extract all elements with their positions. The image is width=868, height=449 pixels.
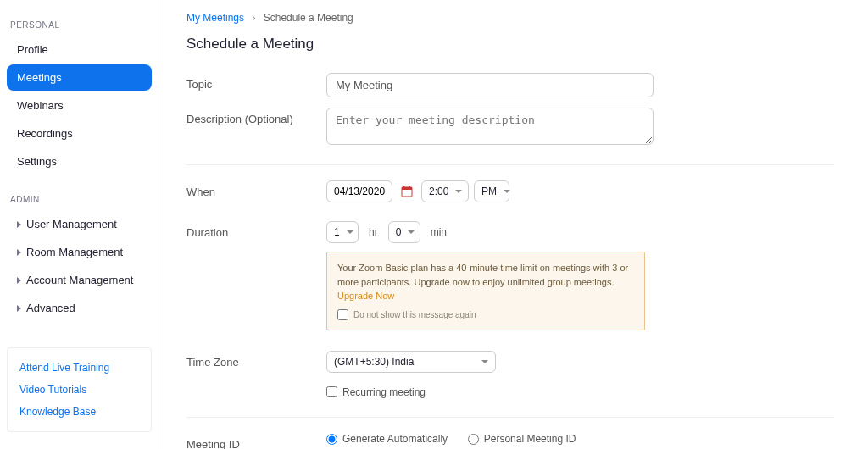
sidebar-item-label: Room Management — [26, 246, 123, 258]
chevron-down-icon — [408, 230, 415, 234]
svg-rect-2 — [403, 186, 405, 189]
recurring-checkbox-row[interactable]: Recurring meeting — [326, 386, 426, 398]
sidebar-item-profile[interactable]: Profile — [7, 36, 152, 63]
form-row-meeting-id: Meeting ID Generate Automatically Person… — [186, 417, 834, 449]
upgrade-link[interactable]: Upgrade Now — [337, 291, 394, 301]
duration-min-select[interactable]: 0 — [388, 221, 420, 243]
meeting-id-auto-label: Generate Automatically — [342, 433, 448, 445]
form-row-timezone: Time Zone (GMT+5:30) India Recurring mee… — [186, 346, 834, 406]
warning-text: Your Zoom Basic plan has a 40-minute tim… — [337, 263, 628, 287]
breadcrumb-separator: › — [252, 12, 255, 24]
suppress-warning-checkbox[interactable] — [337, 309, 348, 320]
help-link-training[interactable]: Attend Live Training — [19, 357, 139, 379]
when-ampm-select[interactable]: PM — [474, 180, 509, 202]
suppress-warning-label: Do not show this message again — [353, 308, 476, 321]
help-link-knowledge-base[interactable]: Knowledge Base — [19, 401, 139, 423]
help-card: Attend Live Training Video Tutorials Kno… — [7, 347, 152, 432]
when-label: When — [186, 180, 326, 198]
chevron-down-icon — [481, 360, 488, 363]
chevron-down-icon — [455, 190, 462, 193]
min-unit-label: min — [431, 226, 447, 238]
svg-rect-3 — [409, 186, 411, 189]
duration-min-value: 0 — [396, 226, 402, 238]
sidebar-item-label: Account Management — [26, 274, 133, 286]
topic-label: Topic — [186, 73, 326, 91]
meeting-id-label: Meeting ID — [186, 433, 326, 449]
duration-label: Duration — [186, 221, 326, 239]
description-label: Description (Optional) — [186, 108, 326, 125]
form-row-when: When 2:00 PM — [186, 164, 834, 208]
when-time-select[interactable]: 2:00 — [421, 180, 469, 202]
sidebar-item-user-management[interactable]: User Management — [7, 211, 152, 237]
calendar-icon — [401, 186, 413, 197]
calendar-button[interactable] — [398, 180, 416, 202]
breadcrumb: My Meetings › Schedule a Meeting — [186, 12, 834, 24]
timezone-value: (GMT+5:30) India — [334, 356, 414, 368]
sidebar-section-personal: PERSONAL — [7, 17, 152, 36]
breadcrumb-current: Schedule a Meeting — [264, 12, 353, 24]
chevron-right-icon — [17, 249, 21, 256]
meeting-id-personal-label: Personal Meeting ID — [484, 433, 576, 445]
form-row-topic: Topic — [186, 68, 834, 103]
topic-input[interactable] — [326, 73, 654, 97]
sidebar-item-room-management[interactable]: Room Management — [7, 239, 152, 265]
main-content: My Meetings › Schedule a Meeting Schedul… — [159, 0, 868, 449]
sidebar-item-account-management[interactable]: Account Management — [7, 267, 152, 293]
upgrade-warning: Your Zoom Basic plan has a 40-minute tim… — [326, 252, 645, 330]
when-date-input[interactable] — [326, 180, 392, 202]
chevron-right-icon — [17, 221, 21, 228]
duration-hr-value: 1 — [334, 226, 340, 238]
help-link-tutorials[interactable]: Video Tutorials — [19, 379, 139, 401]
chevron-down-icon — [347, 230, 353, 234]
timezone-label: Time Zone — [186, 351, 326, 369]
sidebar-item-meetings[interactable]: Meetings — [7, 64, 152, 91]
form-row-duration: Duration 1 hr 0 min Your Zoom Basic plan — [186, 216, 834, 335]
page-title: Schedule a Meeting — [186, 36, 834, 53]
recurring-label: Recurring meeting — [342, 386, 426, 398]
when-time-value: 2:00 — [429, 186, 448, 197]
chevron-right-icon — [17, 305, 21, 312]
sidebar-item-label: User Management — [26, 218, 117, 230]
description-input[interactable] — [326, 108, 654, 145]
sidebar-item-webinars[interactable]: Webinars — [7, 92, 152, 119]
meeting-id-personal-row[interactable]: Personal Meeting ID — [468, 433, 576, 445]
timezone-select[interactable]: (GMT+5:30) India — [326, 351, 496, 373]
chevron-down-icon — [504, 190, 510, 193]
hr-unit-label: hr — [369, 226, 378, 238]
sidebar: PERSONAL Profile Meetings Webinars Recor… — [0, 0, 159, 449]
meeting-id-auto-row[interactable]: Generate Automatically — [326, 433, 448, 445]
svg-rect-1 — [402, 187, 412, 190]
sidebar-item-settings[interactable]: Settings — [7, 148, 152, 175]
chevron-right-icon — [17, 277, 21, 284]
meeting-id-auto-radio[interactable] — [326, 434, 337, 445]
breadcrumb-parent[interactable]: My Meetings — [186, 12, 244, 24]
form-row-description: Description (Optional) — [186, 103, 834, 152]
sidebar-item-advanced[interactable]: Advanced — [7, 295, 152, 321]
sidebar-section-admin: ADMIN — [7, 191, 152, 211]
when-ampm-value: PM — [481, 186, 497, 197]
duration-hr-select[interactable]: 1 — [326, 221, 359, 243]
meeting-id-personal-radio[interactable] — [468, 434, 479, 445]
sidebar-item-label: Advanced — [26, 302, 75, 314]
sidebar-item-recordings[interactable]: Recordings — [7, 120, 152, 147]
recurring-checkbox[interactable] — [326, 386, 337, 397]
